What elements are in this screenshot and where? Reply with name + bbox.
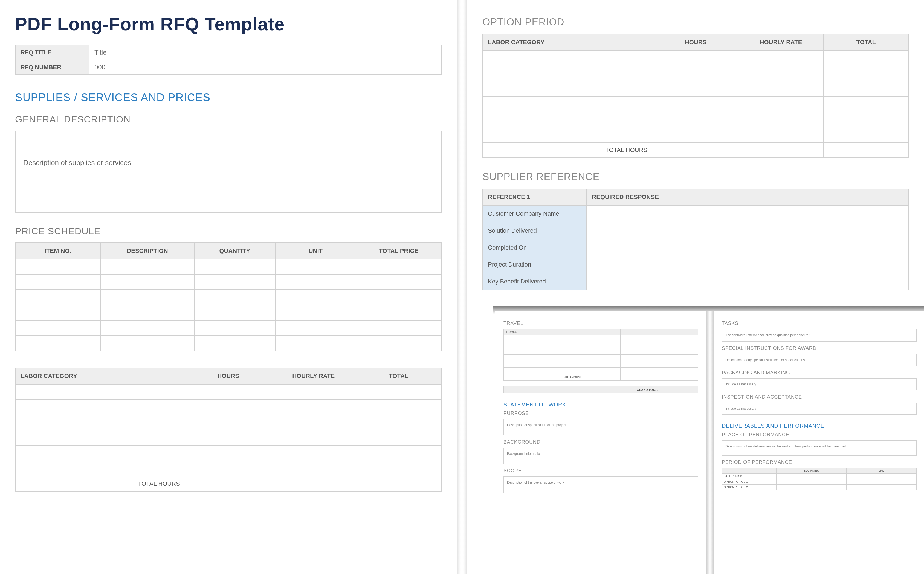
grand-total-row: GRAND TOTAL — [503, 386, 698, 393]
table-row — [504, 348, 698, 355]
table-row — [15, 290, 441, 305]
row-label: OPTION PERIOD 2 — [722, 485, 777, 490]
col-unit: UNIT — [275, 243, 356, 259]
purpose-text: Description or specification of the proj… — [507, 423, 566, 427]
ref-label: Completed On — [483, 239, 587, 256]
overlay-spread: TRAVEL TRAVEL NTE AMOUNT GRAND TOTAL — [495, 311, 924, 574]
table-row: Solution Delivered — [483, 222, 909, 239]
table-row: Completed On — [483, 239, 909, 256]
table-row — [15, 461, 441, 476]
general-desc-head: GENERAL DESCRIPTION — [15, 114, 441, 125]
supplies-section-head: SUPPLIES / SERVICES AND PRICES — [15, 91, 441, 104]
ref-header-2: REQUIRED RESPONSE — [587, 189, 909, 205]
col-labor-category: LABOR CATEGORY — [483, 34, 653, 50]
background-head: BACKGROUND — [503, 439, 698, 445]
table-row — [504, 361, 698, 367]
table-row — [15, 400, 441, 415]
purpose-box[interactable]: Description or specification of the proj… — [503, 419, 698, 435]
table-row — [15, 430, 441, 446]
rfq-title-label: RFQ TITLE — [15, 45, 89, 60]
row-label: OPTION PERIOD 1 — [722, 479, 777, 485]
rfq-number-label: RFQ NUMBER — [15, 60, 89, 75]
rfq-info-table: RFQ TITLE Title RFQ NUMBER 000 — [15, 45, 441, 75]
rfq-title-value[interactable]: Title — [89, 45, 441, 60]
special-text: Description of any special instructions … — [725, 358, 805, 362]
table-row — [504, 335, 698, 341]
price-schedule-table: ITEM NO. DESCRIPTION QUANTITY UNIT TOTAL… — [15, 243, 441, 351]
table-row: Customer Company Name — [483, 205, 909, 222]
background-text: Background information — [507, 452, 542, 456]
table-row — [15, 320, 441, 336]
table-row — [483, 127, 909, 142]
general-desc-box[interactable]: Description of supplies or services — [15, 131, 441, 213]
table-row — [15, 446, 441, 461]
background-box[interactable]: Background information — [503, 448, 698, 464]
col-total: TOTAL — [356, 368, 441, 384]
packaging-box[interactable]: Include as necessary — [722, 378, 917, 390]
nte-row: NTE AMOUNT — [504, 374, 698, 381]
table-header-row: ITEM NO. DESCRIPTION QUANTITY UNIT TOTAL… — [15, 243, 441, 259]
table-header-row: LABOR CATEGORY HOURS HOURLY RATE TOTAL — [483, 34, 909, 50]
ref-label: Project Duration — [483, 256, 587, 273]
general-desc-text: Description of supplies or services — [23, 159, 131, 167]
labor-table-1: LABOR CATEGORY HOURS HOURLY RATE TOTAL T… — [15, 367, 441, 492]
scope-box[interactable]: Description of the overall scope of work — [503, 476, 698, 493]
table-row — [504, 341, 698, 348]
special-box[interactable]: Description of any special instructions … — [722, 354, 917, 366]
grand-total-label: GRAND TOTAL — [637, 388, 658, 391]
tasks-text: The contractor/offeror shall provide qua… — [725, 333, 814, 337]
tasks-head: TASKS — [722, 321, 917, 326]
table-row — [483, 81, 909, 96]
overlay-page-right: TASKS The contractor/offeror shall provi… — [714, 311, 924, 574]
tasks-box[interactable]: The contractor/offeror shall provide qua… — [722, 329, 917, 342]
nte-label: NTE AMOUNT — [546, 374, 583, 381]
table-row — [15, 384, 441, 400]
period-head: PERIOD OF PERFORMANCE — [722, 459, 917, 465]
col-hours: HOURS — [653, 34, 738, 50]
table-row — [15, 305, 441, 320]
deliverables-head: DELIVERABLES AND PERFORMANCE — [722, 423, 917, 429]
table-row — [483, 66, 909, 81]
col-quantity: QUANTITY — [194, 243, 275, 259]
row-label: BASE PERIOD — [722, 474, 777, 479]
inspection-text: Include as necessary — [725, 407, 756, 410]
col-hourly-rate: HOURLY RATE — [738, 34, 823, 50]
col-description: DESCRIPTION — [100, 243, 194, 259]
scope-head: SCOPE — [503, 468, 698, 474]
col-travel: TRAVEL — [504, 330, 546, 335]
table-row: RFQ TITLE Title — [15, 45, 441, 60]
period-table: BEGINNING END BASE PERIOD OPTION PERIOD … — [722, 468, 917, 490]
total-hours-row: TOTAL HOURS — [483, 142, 909, 158]
table-row — [15, 259, 441, 274]
table-row — [483, 112, 909, 127]
sow-head: STATEMENT OF WORK — [503, 402, 698, 408]
inspection-head: INSPECTION AND ACCEPTANCE — [722, 394, 917, 400]
col-hours: HOURS — [186, 368, 271, 384]
table-row — [504, 367, 698, 374]
rfq-number-value[interactable]: 000 — [89, 60, 441, 75]
total-hours-label: TOTAL HOURS — [15, 476, 186, 492]
place-box[interactable]: Description of how deliverables will be … — [722, 440, 917, 456]
inspection-box[interactable]: Include as necessary — [722, 403, 917, 415]
table-header-row: REFERENCE 1 REQUIRED RESPONSE — [483, 189, 909, 205]
col-total-price: TOTAL PRICE — [356, 243, 441, 259]
price-schedule-head: PRICE SCHEDULE — [15, 226, 441, 237]
table-row — [483, 50, 909, 66]
table-row: OPTION PERIOD 1 — [722, 479, 917, 485]
option-period-head: OPTION PERIOD — [483, 16, 909, 28]
total-hours-label: TOTAL HOURS — [483, 142, 653, 158]
purpose-head: PURPOSE — [503, 410, 698, 416]
travel-head: TRAVEL — [503, 321, 698, 326]
table-row: RFQ NUMBER 000 — [15, 60, 441, 75]
packaging-text: Include as necessary — [725, 382, 756, 386]
table-row: Key Benefit Delivered — [483, 273, 909, 290]
col-total: TOTAL — [824, 34, 909, 50]
col-item-no: ITEM NO. — [15, 243, 100, 259]
col-blank — [722, 468, 777, 474]
table-header-row: BEGINNING END — [722, 468, 917, 474]
place-text: Description of how deliverables will be … — [725, 445, 846, 448]
doc-title: PDF Long-Form RFQ Template — [15, 14, 441, 35]
scope-text: Description of the overall scope of work — [507, 481, 564, 484]
col-labor-category: LABOR CATEGORY — [15, 368, 186, 384]
page-gutter — [457, 0, 468, 574]
